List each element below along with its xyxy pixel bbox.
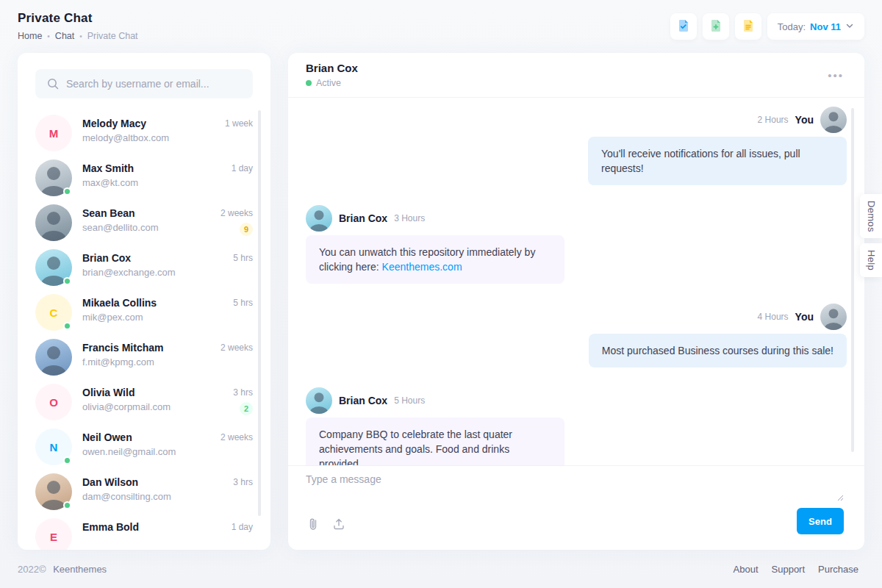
contact-list-item[interactable]: Francis Mitcham f.mit@kpmg.com 2 weeks: [35, 339, 253, 376]
demos-tab[interactable]: Demos: [860, 194, 882, 238]
contact-email: brian@exchange.com: [82, 267, 233, 278]
footer-link-support[interactable]: Support: [772, 564, 806, 575]
contact-name: Max Smith: [82, 162, 232, 174]
message-bubble: You can unwatch this repository immediat…: [306, 235, 564, 284]
last-message-time: 5 hrs: [233, 298, 253, 308]
breadcrumb-chat[interactable]: Chat: [55, 31, 74, 41]
footer-link-purchase[interactable]: Purchase: [818, 564, 858, 575]
message-out: 4 HoursYou Most purchased Business cours…: [306, 304, 847, 368]
upload-icon: [332, 522, 345, 533]
message-text: Company BBQ to celebrate the last quater…: [319, 429, 512, 465]
footer-link-about[interactable]: About: [734, 564, 759, 575]
avatar: O: [35, 384, 72, 420]
unread-badge: 2: [240, 402, 253, 415]
message-time: 4 Hours: [758, 312, 789, 322]
footer-links: About Support Purchase: [734, 564, 858, 575]
messages-scrollbar[interactable]: [851, 108, 854, 452]
last-message-time: 5 hrs: [233, 253, 253, 263]
chat-peer-name[interactable]: Brian Cox: [306, 62, 358, 74]
resize-grip-icon[interactable]: [837, 491, 844, 504]
message-input[interactable]: [306, 473, 835, 507]
search-icon: [46, 77, 60, 93]
message-bubble: You'll receive notifications for all iss…: [588, 137, 847, 185]
last-message-time: 3 hrs: [233, 477, 253, 487]
contact-email: dam@consilting.com: [82, 491, 233, 502]
date-picker[interactable]: Today: Nov 11: [767, 13, 864, 40]
attach-file-button[interactable]: [306, 516, 320, 534]
message-in: Brian Cox3 Hours You can unwatch this re…: [306, 205, 847, 284]
contact-list-item[interactable]: N Neil Owen owen.neil@gmail.com 2 weeks: [35, 429, 253, 465]
avatar: N: [35, 429, 72, 465]
last-message-time: 3 hrs: [233, 387, 253, 398]
copyright-text: 2022©: [18, 564, 46, 575]
last-message-time: 1 week: [225, 118, 253, 129]
help-tab[interactable]: Help: [860, 243, 882, 277]
contact-name: Francis Mitcham: [82, 342, 220, 354]
message-time: 5 Hours: [394, 395, 425, 406]
contact-list-item[interactable]: Brian Cox brian@exchange.com 5 hrs: [35, 249, 253, 286]
file-lines-button[interactable]: [735, 13, 761, 40]
avatar: C: [35, 294, 72, 331]
chat-options-button[interactable]: •••: [825, 67, 847, 84]
avatar: E: [35, 518, 72, 550]
header-toolbar: Today: Nov 11: [670, 13, 864, 40]
search-input[interactable]: [35, 69, 253, 98]
unread-badge: 9: [240, 223, 253, 236]
file-check-icon: [676, 18, 691, 35]
send-button[interactable]: Send: [797, 508, 844, 534]
contact-list-item[interactable]: Sean Bean sean@dellito.com 2 weeks 9: [35, 204, 253, 241]
photo-avatar: [35, 339, 72, 376]
contact-email: sean@dellito.com: [82, 222, 220, 233]
contact-list-item[interactable]: O Olivia Wild olivia@corpmail.com 3 hrs …: [35, 384, 253, 420]
breadcrumb-home[interactable]: Home: [18, 31, 42, 41]
contact-list-item[interactable]: M Melody Macy melody@altbox.com 1 week: [35, 115, 253, 151]
message-link[interactable]: Keenthemes.com: [382, 261, 462, 273]
avatar: [35, 249, 72, 286]
initial-avatar: M: [35, 115, 72, 151]
contact-name: Sean Bean: [82, 207, 220, 219]
last-message-time: 1 day: [232, 163, 253, 173]
contacts-panel: M Melody Macy melody@altbox.com 1 week M…: [18, 53, 270, 550]
online-indicator: [63, 322, 71, 330]
last-message-time: 2 weeks: [220, 208, 253, 218]
contact-list-item[interactable]: Dan Wilson dam@consilting.com 3 hrs: [35, 473, 253, 510]
contact-list-item[interactable]: C Mikaela Collins mik@pex.com 5 hrs: [35, 294, 253, 331]
date-value: Nov 11: [810, 21, 841, 32]
contact-email: mik@pex.com: [82, 312, 233, 323]
avatar: [35, 204, 72, 241]
brand-link[interactable]: Keenthemes: [53, 564, 107, 575]
message-composer: Send: [288, 465, 864, 550]
sender-avatar: [820, 304, 847, 330]
contact-name: Melody Macy: [82, 118, 225, 129]
contact-list-item[interactable]: Max Smith max@kt.com 1 day: [35, 159, 253, 196]
last-message-time: 2 weeks: [220, 343, 253, 353]
breadcrumb-current: Private Chat: [87, 31, 138, 41]
contact-email: max@kt.com: [82, 177, 232, 188]
avatar: M: [35, 115, 72, 151]
contact-email: f.mit@kpmg.com: [82, 356, 220, 368]
message-in: Brian Cox5 Hours Company BBQ to celebrat…: [306, 387, 847, 465]
contact-name: Dan Wilson: [82, 476, 233, 488]
composer-actions: [306, 516, 847, 534]
contact-list-item[interactable]: E Emma Bold 1 day: [35, 518, 253, 550]
chat-peer-status: Active: [306, 78, 358, 88]
message-bubble: Company BBQ to celebrate the last quater…: [306, 417, 564, 465]
file-check-button[interactable]: [670, 13, 697, 40]
initial-avatar: E: [35, 518, 72, 550]
contacts-scrollbar[interactable]: [258, 110, 261, 516]
file-plus-button[interactable]: [703, 13, 729, 40]
message-meta: Brian Cox5 Hours: [306, 387, 847, 414]
online-indicator: [63, 277, 71, 285]
search-box: [35, 69, 253, 98]
online-indicator: [63, 456, 71, 465]
breadcrumb-separator: •: [79, 32, 82, 40]
sender-avatar: [306, 387, 332, 414]
contact-email: olivia@corpmail.com: [82, 401, 233, 412]
initial-avatar: O: [35, 384, 72, 420]
sender-name: Brian Cox: [339, 212, 387, 224]
upload-file-button[interactable]: [331, 516, 347, 534]
page-footer: 2022© Keenthemes About Support Purchase: [0, 550, 882, 588]
paperclip-icon: [307, 522, 319, 533]
sender-avatar: [820, 107, 847, 133]
contact-list: M Melody Macy melody@altbox.com 1 week M…: [35, 115, 253, 550]
